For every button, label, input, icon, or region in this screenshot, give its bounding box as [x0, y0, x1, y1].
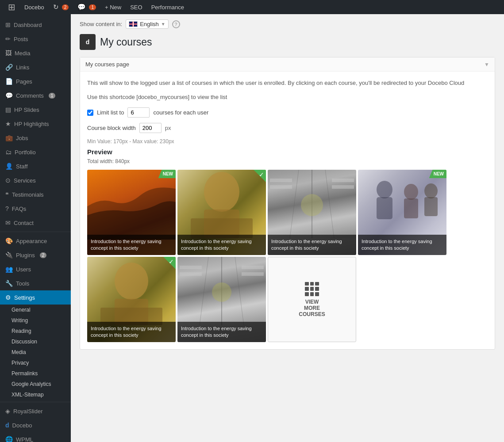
view-more-courses-card[interactable]: VIEW MORE COURSES — [268, 257, 356, 342]
sidebar-item-docebo[interactable]: d Docebo — [0, 418, 71, 432]
sidebar-item-jobs[interactable]: 💼 Jobs — [0, 131, 71, 145]
sidebar-item-media[interactable]: 🖼 Media — [0, 46, 71, 60]
sidebar-item-portfolio[interactable]: 🗂 Portfolio — [0, 145, 71, 159]
jobs-icon: 💼 — [5, 134, 13, 141]
svg-rect-15 — [404, 198, 418, 218]
sidebar-sub-privacy[interactable]: Privacy — [0, 358, 71, 368]
sidebar-item-royalslider[interactable]: ◈ RoyalSlider — [0, 404, 71, 418]
sidebar-item-settings-label: Settings — [14, 294, 35, 301]
lang-select-container[interactable]: English ▼ — [126, 19, 169, 29]
svg-point-16 — [424, 183, 438, 198]
docebo-adminbar-item[interactable]: Docebo — [20, 0, 49, 14]
sidebar-sub-xml-sitemap[interactable]: XML-Sitemap — [0, 389, 71, 400]
sidebar-item-hp-highlights[interactable]: ★ HP Highlights — [0, 117, 71, 131]
wp-logo-button[interactable]: ⊞ — [4, 0, 20, 14]
svg-rect-27 — [242, 272, 264, 276]
sidebar-item-hp-slides[interactable]: ▤ HP Slides — [0, 103, 71, 117]
sidebar-item-tools-label: Tools — [16, 280, 29, 287]
plugin-logo: d — [80, 34, 96, 50]
course-card-5[interactable]: ✓ Introduction to the energy saving conc… — [87, 257, 176, 342]
settings-panel-body: This will show to the logged user a list… — [80, 72, 495, 349]
course-card-1[interactable]: NEW Introduction to the energy saving co… — [87, 170, 176, 255]
sidebar-item-settings[interactable]: ⚙ Settings — [0, 290, 71, 305]
sidebar-item-testimonials[interactable]: ❝ Testimonials — [0, 187, 71, 202]
limit-checkbox[interactable] — [87, 110, 93, 116]
sidebar-sub-google-analytics[interactable]: Google Analytics — [0, 379, 71, 389]
grid-icon — [305, 282, 319, 296]
sidebar-item-tools[interactable]: 🔧 Tools — [0, 276, 71, 290]
sidebar-item-docebo-label: Docebo — [12, 422, 32, 429]
seo-adminbar-item[interactable]: SEO — [126, 0, 146, 14]
sidebar-item-pages[interactable]: 📄 Pages — [0, 74, 71, 88]
svg-point-28 — [212, 282, 231, 302]
lang-bar-label: Show content in: — [80, 21, 122, 27]
chevron-down-icon: ▼ — [161, 22, 165, 27]
sidebar: ⊞ Dashboard ✏ Posts 🖼 Media 🔗 Links 📄 Pa… — [0, 14, 71, 442]
course-bg-svg-2 — [177, 170, 266, 238]
updates-adminbar-item[interactable]: ↻ 2 — [49, 0, 73, 14]
panel-toggle-icon[interactable]: ▼ — [484, 61, 489, 68]
sidebar-item-users[interactable]: 👥 Users — [0, 262, 71, 276]
course-card-3[interactable]: Introduction to the energy saving concep… — [268, 170, 356, 255]
block-width-field-row: Course block width px — [87, 123, 488, 133]
sidebar-sub-general[interactable]: General — [0, 305, 71, 315]
comments-sidebar-icon: 💬 — [5, 92, 13, 99]
sidebar-item-services[interactable]: ⊙ Services — [0, 173, 71, 187]
sidebar-item-wpml[interactable]: 🌐 WPML — [0, 432, 71, 442]
users-icon: 👥 — [5, 266, 13, 273]
sidebar-item-posts-label: Posts — [14, 36, 28, 42]
sidebar-item-dashboard[interactable]: ⊞ Dashboard — [0, 18, 71, 32]
sidebar-item-staff-label: Staff — [16, 163, 28, 170]
svg-rect-7 — [270, 179, 292, 182]
seo-adminbar-label: SEO — [130, 4, 142, 11]
sidebar-item-staff[interactable]: 👤 Staff — [0, 159, 71, 173]
sidebar-sub-permalinks[interactable]: Permalinks — [0, 368, 71, 379]
page-header: d My courses — [80, 34, 495, 50]
new-adminbar-item[interactable]: + New — [100, 0, 126, 14]
sidebar-item-appearance[interactable]: 🎨 Appearance — [0, 234, 71, 248]
updates-badge: 2 — [62, 4, 69, 10]
sidebar-item-hp-highlights-label: HP Highlights — [14, 121, 49, 127]
sidebar-item-appearance-label: Appearance — [16, 238, 47, 244]
sidebar-sub-media[interactable]: Media — [0, 347, 71, 358]
course-card-6[interactable]: Introduction to the energy saving concep… — [177, 257, 266, 342]
course-card-1-label: Introduction to the energy saving concep… — [87, 235, 176, 255]
sidebar-item-faqs[interactable]: ? FAQs — [0, 202, 71, 216]
hp-slides-icon: ▤ — [5, 106, 11, 113]
course-bg-svg-5 — [87, 257, 176, 325]
course-card-4[interactable]: NEW Introduction to the energy saving co… — [358, 170, 446, 255]
main-content: Show content in: English ▼ ? d My course… — [71, 14, 504, 442]
svg-point-12 — [377, 181, 392, 198]
svg-point-14 — [404, 184, 418, 200]
svg-rect-24 — [180, 266, 202, 269]
comments-sidebar-badge: 1 — [49, 93, 56, 99]
sidebar-sub-writing[interactable]: Writing — [0, 315, 71, 326]
comments-adminbar-item[interactable]: 💬 1 — [73, 0, 100, 14]
sidebar-sub-reading[interactable]: Reading — [0, 326, 71, 336]
sidebar-item-services-label: Services — [14, 177, 36, 184]
svg-rect-9 — [332, 179, 354, 182]
sidebar-item-contact[interactable]: ✉ Contact — [0, 216, 71, 230]
sidebar-item-portfolio-label: Portfolio — [15, 149, 36, 156]
performance-adminbar-item[interactable]: Performance — [147, 0, 189, 14]
course-card-2[interactable]: ✓ Introduction to the energy saving conc… — [177, 170, 266, 255]
sidebar-divider-2 — [0, 402, 71, 402]
lang-selected-label: English — [140, 21, 159, 27]
svg-point-18 — [115, 263, 148, 300]
limit-label: Limit list to — [97, 109, 124, 116]
sidebar-item-comments[interactable]: 💬 Comments 1 — [0, 88, 71, 103]
course-bg-svg-3 — [268, 170, 356, 238]
lang-help-button[interactable]: ? — [172, 20, 180, 28]
plugins-icon: 🔌 — [5, 251, 13, 259]
docebo-adminbar-label: Docebo — [24, 4, 44, 11]
sidebar-item-links[interactable]: 🔗 Links — [0, 60, 71, 74]
sidebar-item-plugins[interactable]: 🔌 Plugins 2 — [0, 248, 71, 262]
limit-input[interactable] — [127, 107, 150, 118]
wordpress-icon: ⊞ — [8, 2, 15, 12]
description-row-1: This will show to the logged user a list… — [87, 79, 488, 88]
block-width-input[interactable] — [139, 123, 162, 133]
sidebar-item-links-label: Links — [16, 64, 29, 71]
sidebar-sub-discussion[interactable]: Discussion — [0, 336, 71, 347]
staff-icon: 👤 — [5, 163, 13, 170]
sidebar-item-posts[interactable]: ✏ Posts — [0, 32, 71, 46]
